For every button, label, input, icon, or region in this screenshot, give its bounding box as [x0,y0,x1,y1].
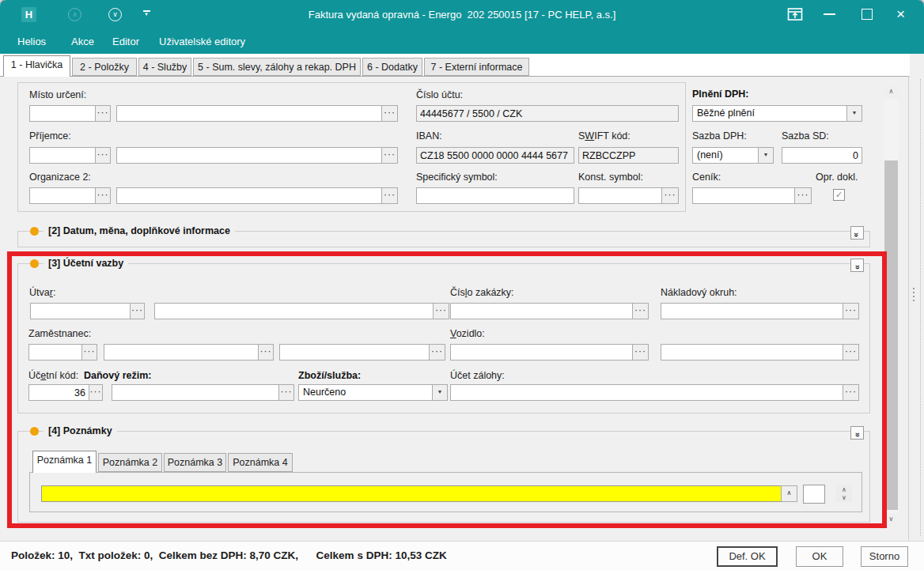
cenik-lookup-button[interactable]: ··· [794,187,812,204]
menu-uzivatelske-editory[interactable]: Uživatelské editory [159,36,245,47]
cislo-zakazky-input[interactable] [450,303,633,319]
zbozi-sluzba-select[interactable]: Neurčeno ▼ [298,384,448,401]
storno-button[interactable]: Storno [861,546,908,567]
ucet-zalohy-label: Účet zálohy: [450,370,505,381]
nakladovy-okruh-input[interactable] [661,303,843,319]
title-bar: H ∧ ∨ ▼ Faktura vydaná opravná - Energo … [0,0,924,30]
scrollbar-down-icon[interactable]: ∨ [884,513,898,527]
danovy-rezim-lookup-button[interactable]: ··· [278,384,294,401]
tab-dodatky[interactable]: 6 - Dodatky [362,58,422,76]
zbozi-sluzba-label: Zboží/služba: [298,370,361,381]
organizace2-code-input[interactable] [29,187,96,204]
tab-sum-slevy[interactable]: 5 - Sum. slevy, zálohy a rekap. DPH [193,58,361,76]
prijemce-lookup-button[interactable]: ··· [95,147,111,164]
sazba-sd-input[interactable] [782,147,862,164]
spinner-down-icon[interactable]: ∨ [836,494,852,502]
utvar-lookup-button[interactable]: ··· [130,303,145,319]
close-button[interactable]: × [896,5,905,24]
organizace2-name-lookup-button[interactable]: ··· [381,187,398,204]
konst-symbol-lookup-button[interactable]: ··· [661,187,679,204]
tab-poznamka-3[interactable]: Poznámka 3 [164,453,226,472]
organizace2-name-input[interactable] [116,187,382,204]
poznamka-input[interactable] [41,485,782,502]
zamestnanec-name-input[interactable] [104,344,259,360]
poznamka-scroll-up-button[interactable]: ∧ [781,485,797,502]
spinner-up-icon[interactable]: ∧ [836,486,852,494]
vozidlo-name-lookup-button[interactable]: ··· [843,344,859,360]
tab-poznamka-2[interactable]: Poznámka 2 [98,453,162,472]
tab-externi-informace[interactable]: 7 - Externí informace [424,58,529,76]
menu-helios[interactable]: Helios [17,36,46,47]
chevron-down-icon[interactable]: ▼ [432,385,447,400]
ucetni-kod-input[interactable] [28,384,89,401]
resize-grip-dots-icon[interactable] [913,288,915,301]
zamestnanec-lookup-button[interactable]: ··· [81,344,97,360]
note-secondary-field[interactable] [803,485,825,504]
tab-hlavicka[interactable]: 1 - Hlavička [3,55,70,77]
menu-editor[interactable]: Editor [112,36,139,47]
opr-dokl-checkbox[interactable]: ✓ [833,189,845,201]
prijemce-code-input[interactable] [29,147,96,164]
utvar-code-input[interactable] [30,303,131,319]
tab-polozky[interactable]: 2 - Položky [72,58,137,76]
section4-collapse-button[interactable]: « [850,426,864,440]
nakladovy-okruh-lookup-button[interactable]: ··· [843,303,859,319]
chevron-down-icon[interactable]: ▼ [758,148,773,163]
ucetni-kod-lookup-button[interactable]: ··· [89,384,103,401]
maximize-button[interactable] [862,9,873,20]
tab-sluzby[interactable]: 4 - Služby [138,58,191,76]
opr-dokl-label: Opr. dokl. [816,172,858,183]
zamestnanec-label: Zaměstnanec: [28,328,91,339]
zamestnanec-extra-input[interactable] [279,344,430,360]
ok-button[interactable]: OK [796,546,843,567]
section2-title: [2] Datum, měna, doplňkové informace [44,225,235,236]
pin-window-icon[interactable] [787,7,803,25]
konst-symbol-input[interactable] [578,187,662,204]
sazba-dph-select[interactable]: (není) ▼ [692,147,774,164]
cenik-input[interactable] [692,187,795,204]
section3-bullet-icon [30,259,39,268]
cislo-zakazky-lookup-button[interactable]: ··· [632,303,649,319]
cislo-uctu-label: Číslo účtu: [416,89,463,100]
content-right-border [908,76,909,540]
totals-status-text: Položek: 10, Txt položek: 0, Celkem bez … [11,549,447,561]
utvar-name-input[interactable] [154,303,434,319]
zamestnanec-extra-lookup-button[interactable]: ··· [429,344,445,360]
note-spinner[interactable]: ∧ ∨ [836,485,852,502]
misto-urceni-code-input[interactable] [29,105,96,122]
section3-collapse-button[interactable]: « [850,259,864,272]
section4-bullet-icon [30,427,39,436]
utvar-name-lookup-button[interactable]: ··· [433,303,449,319]
organizace2-lookup-button[interactable]: ··· [95,187,111,204]
section2-expand-button[interactable]: » [850,226,864,240]
misto-urceni-label: Místo určení: [29,89,86,100]
vertical-scrollbar-thumb[interactable] [884,160,898,510]
specificky-symbol-input[interactable] [416,187,574,204]
scrollbar-up-icon[interactable]: ∧ [884,85,898,99]
danovy-rezim-input[interactable] [112,384,279,401]
vozidlo-name-input[interactable] [661,344,843,360]
vozidlo-input[interactable] [450,344,633,360]
window: H ∧ ∨ ▼ Faktura vydaná opravná - Energo … [0,0,924,570]
prijemce-name-input[interactable] [116,147,382,164]
zamestnanec-name-lookup-button[interactable]: ··· [258,344,274,360]
ucet-zalohy-lookup-button[interactable]: ··· [843,384,859,401]
prijemce-name-lookup-button[interactable]: ··· [381,147,398,164]
menu-akce[interactable]: Akce [71,36,94,47]
plneni-dph-select[interactable]: Běžné plnění ▼ [692,105,862,122]
cislo-uctu-field [416,105,679,122]
vozidlo-lookup-button[interactable]: ··· [632,344,649,360]
misto-urceni-lookup-button[interactable]: ··· [95,105,111,122]
misto-urceni-name-input[interactable] [116,105,382,122]
ucet-zalohy-input[interactable] [450,384,843,401]
tab-poznamka-1[interactable]: Poznámka 1 [32,451,97,473]
def-ok-button[interactable]: Def. OK [717,546,778,567]
swift-field [578,147,679,164]
minimize-button[interactable] [824,13,835,15]
misto-urceni-name-lookup-button[interactable]: ··· [381,105,398,122]
sazba-dph-value: (není) [697,149,723,160]
cislo-zakazky-label: Číslo zakázky: [450,287,514,298]
tab-poznamka-4[interactable]: Poznámka 4 [228,453,293,472]
chevron-down-icon[interactable]: ▼ [846,106,862,121]
zamestnanec-code-input[interactable] [28,344,82,360]
